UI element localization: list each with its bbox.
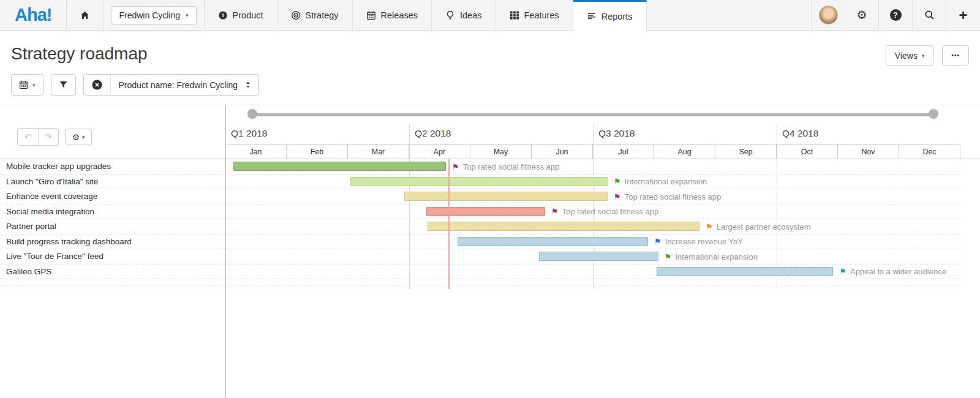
flag-icon: ⚑ — [551, 208, 559, 216]
record-label[interactable]: Launch "Giro d'Italia" site — [0, 175, 225, 189]
page-header: Strategy roadmap Views ▾ ••• — [0, 31, 980, 66]
views-button[interactable]: Views ▾ — [886, 45, 934, 66]
nav-item-label: Product — [233, 10, 263, 20]
date-range-button[interactable]: ▾ — [11, 74, 43, 96]
page-title: Strategy roadmap — [11, 44, 148, 64]
gantt-row: Mobile tracker app upgrades ⚑Top rated s… — [0, 159, 961, 175]
svg-text:i: i — [222, 12, 224, 18]
nav-spacer — [647, 0, 812, 30]
gantt-bar[interactable] — [428, 222, 699, 231]
record-label[interactable]: Build progress tracking dashboard — [0, 235, 225, 249]
gantt-bar[interactable] — [233, 162, 446, 171]
slider-handle-right[interactable] — [929, 109, 938, 119]
nav-item-reports-active[interactable]: Reports — [573, 0, 647, 31]
calendar-icon — [19, 80, 28, 89]
quarter-label: Q1 2018 — [225, 124, 409, 144]
gantt-bar[interactable] — [657, 267, 833, 276]
record-label[interactable]: Galileo GPS — [0, 265, 225, 279]
quarter-label: Q4 2018 — [777, 124, 960, 144]
nav-item-label: Strategy — [306, 10, 339, 20]
row-timeline: ⚑Appeal to a wider audience — [225, 265, 960, 279]
month-label: Jan — [225, 145, 287, 159]
slider-handle-left[interactable] — [247, 109, 257, 119]
home-button[interactable] — [67, 0, 104, 30]
workspace-selector[interactable]: Fredwin Cycling ▾ — [111, 6, 196, 24]
views-label: Views — [895, 51, 918, 61]
add-filter-button[interactable] — [51, 74, 76, 96]
avatar[interactable] — [819, 6, 838, 24]
search-button[interactable] — [913, 0, 946, 30]
month-label: Oct — [777, 145, 838, 159]
goal-flag: ⚑International expansion — [608, 175, 707, 190]
workspace-cell: Fredwin Cycling ▾ — [104, 0, 204, 30]
goal-label: Largest partner ecosystem — [717, 222, 811, 231]
filter-bar: ▾ Product name: Fredwin Cycling — [11, 74, 980, 96]
goal-flag: ⚑Largest partner ecosystem — [699, 219, 811, 235]
timeline-zoom-slider — [225, 105, 980, 124]
quarter-row: Q1 2018 Q2 2018 Q3 2018 Q4 2018 — [225, 124, 960, 144]
report-icon — [587, 12, 597, 21]
flag-icon: ⚑ — [452, 163, 459, 171]
remove-filter-button[interactable] — [84, 75, 111, 95]
chart-settings-button[interactable]: ⚙ ▾ — [65, 129, 92, 145]
flag-icon: ⚑ — [665, 253, 672, 261]
gantt-bar[interactable] — [539, 252, 658, 261]
header-buttons: Views ▾ ••• — [886, 45, 969, 66]
panel-divider[interactable] — [225, 105, 226, 398]
x-circle-icon — [92, 80, 102, 90]
undo-redo-group: ↶ ↷ — [17, 128, 59, 146]
brand-logo[interactable]: Aha! — [0, 0, 67, 30]
filter-chip-label[interactable]: Product name: Fredwin Cycling — [111, 75, 243, 95]
record-label[interactable]: Mobile tracker app upgrades — [0, 159, 225, 174]
slider-track[interactable] — [252, 113, 933, 116]
quarter-label: Q3 2018 — [593, 124, 777, 144]
quarter-label: Q2 2018 — [409, 124, 593, 144]
redo-icon: ↷ — [45, 132, 53, 143]
record-label[interactable]: Social media integration — [0, 205, 225, 219]
chevron-down-icon: ▾ — [922, 53, 925, 59]
flag-icon: ⚑ — [614, 178, 621, 186]
user-menu[interactable] — [812, 0, 845, 30]
nav-item-features[interactable]: Features — [496, 0, 573, 30]
nav-item-ideas[interactable]: Ideas — [432, 0, 496, 30]
row-timeline: ⚑Largest partner ecosystem — [225, 219, 960, 234]
settings-button[interactable]: ⚙ — [845, 0, 879, 30]
row-timeline: ⚑International expansion — [225, 249, 960, 264]
chevron-down-icon: ▾ — [32, 82, 36, 88]
month-label: Aug — [654, 145, 715, 159]
timeline-header: ↶ ↷ ⚙ ▾ Q1 2018 Q2 2018 Q3 2018 Q4 2018 — [0, 105, 980, 159]
plus-icon: + — [959, 8, 967, 23]
month-label: Dec — [899, 145, 960, 159]
nav-item-product[interactable]: i Product — [205, 0, 277, 30]
nav-item-strategy[interactable]: Strategy — [277, 0, 353, 30]
nav-item-releases[interactable]: Releases — [353, 0, 432, 30]
gantt-bar[interactable] — [426, 207, 545, 216]
filter-chip-selector[interactable] — [243, 75, 258, 95]
goal-flag: ⚑Top rated social fitness app — [446, 159, 559, 175]
month-label: Feb — [287, 145, 348, 159]
target-icon — [291, 10, 301, 20]
more-button[interactable]: ••• — [942, 45, 969, 66]
gantt-row: Live "Tour de France" feed ⚑Internationa… — [0, 249, 961, 265]
gantt-bar[interactable] — [404, 192, 608, 201]
record-label[interactable]: Live "Tour de France" feed — [0, 249, 225, 264]
gear-icon: ⚙ — [856, 8, 867, 22]
record-label[interactable]: Partner portal — [0, 219, 225, 234]
flag-icon: ⚑ — [614, 193, 621, 201]
undo-button[interactable]: ↶ — [18, 129, 38, 145]
aha-logo[interactable]: Aha! — [0, 5, 66, 25]
grid-icon — [510, 10, 519, 20]
calendar-icon — [366, 10, 376, 20]
redo-button[interactable]: ↷ — [38, 129, 58, 145]
flag-icon: ⚑ — [706, 223, 713, 231]
add-button[interactable]: + — [946, 0, 980, 30]
gantt-bar[interactable] — [350, 177, 608, 186]
flag-icon: ⚑ — [839, 268, 846, 276]
gantt-bar[interactable] — [458, 237, 648, 246]
month-label: Apr — [409, 145, 470, 159]
gantt-row: Launch "Giro d'Italia" site ⚑Internation… — [0, 175, 961, 190]
row-timeline: ⚑Top rated social fitness app — [225, 205, 960, 219]
record-label[interactable]: Enhance event coverage — [0, 189, 225, 204]
undo-icon: ↶ — [24, 132, 32, 143]
help-button[interactable]: ? — [879, 0, 913, 30]
